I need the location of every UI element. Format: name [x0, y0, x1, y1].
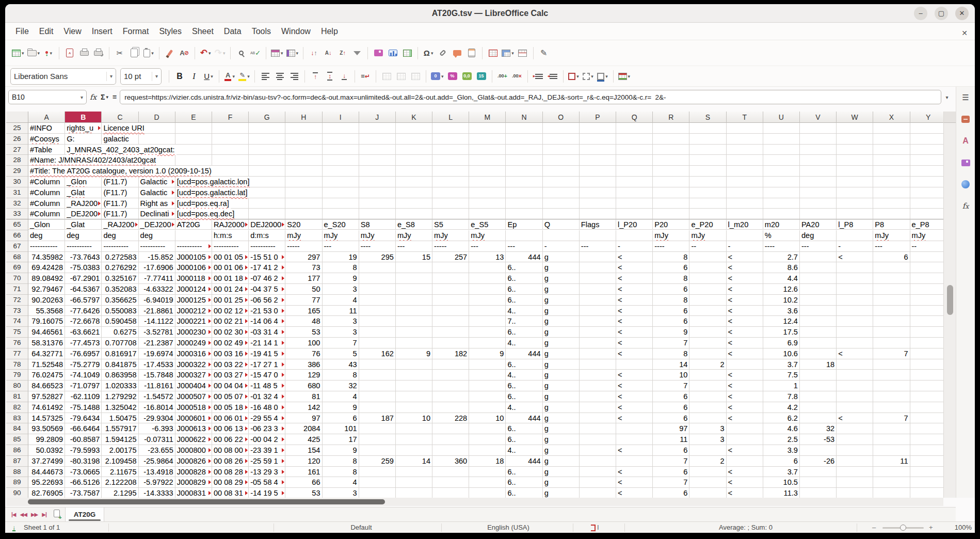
cell-Y79[interactable]	[910, 370, 944, 381]
row-header-90[interactable]: 90	[6, 488, 28, 498]
cell-I74[interactable]: 3	[323, 316, 359, 327]
cell-J88[interactable]	[359, 467, 396, 478]
column-header-X[interactable]: X	[873, 112, 910, 123]
cell-A82[interactable]: 74.61492	[28, 402, 65, 413]
cell-A28[interactable]: #Name: J/MNRAS/402/2403/at20gcat	[28, 155, 65, 166]
cell-P78[interactable]	[580, 359, 616, 370]
borders-button[interactable]: ▾	[567, 68, 581, 85]
cell-T83[interactable]: <	[727, 413, 763, 424]
cell-R77[interactable]: 8	[653, 348, 689, 359]
cell-K78[interactable]	[396, 359, 432, 370]
column-header-L[interactable]: L	[432, 112, 469, 123]
cell-S71[interactable]	[689, 284, 726, 295]
cell-R33[interactable]	[653, 209, 689, 219]
cell-N66[interactable]	[506, 230, 542, 241]
cell-V80[interactable]	[800, 381, 837, 391]
cell-C82[interactable]: 1.325042	[102, 402, 138, 413]
cell-G71[interactable]: -04 37 5	[249, 284, 285, 295]
cell-I83[interactable]: 6	[323, 413, 359, 424]
cell-Y29[interactable]	[910, 166, 944, 177]
cell-T90[interactable]: <	[727, 488, 763, 498]
cell-E74[interactable]: J000221	[175, 316, 212, 327]
cell-T28[interactable]	[727, 155, 763, 166]
cell-S77[interactable]	[689, 348, 726, 359]
cell-T73[interactable]: <	[727, 306, 763, 316]
cell-K30[interactable]	[396, 177, 432, 187]
cell-Y77[interactable]	[910, 348, 944, 359]
cell-K65[interactable]: e_S8	[396, 219, 432, 230]
paste-button[interactable]: ▾	[141, 44, 156, 62]
cell-J90[interactable]	[359, 488, 396, 498]
cell-J72[interactable]	[359, 295, 396, 306]
cell-A90[interactable]: 82.76905	[28, 488, 65, 498]
menu-item-view[interactable]: View	[58, 23, 86, 40]
cell-U32[interactable]	[763, 198, 800, 209]
cell-B32[interactable]: _RAJ200	[65, 198, 102, 209]
menu-item-styles[interactable]: Styles	[154, 23, 187, 40]
cell-E68[interactable]: J000105	[175, 252, 212, 263]
cell-D26[interactable]	[139, 134, 175, 145]
column-header-C[interactable]: C	[102, 112, 138, 123]
cell-H86[interactable]: 154	[285, 445, 322, 456]
cell-V65[interactable]: PA20	[800, 219, 837, 230]
wrap-text-button[interactable]: ≡↵	[358, 68, 373, 85]
cell-B81[interactable]: -62.1109	[65, 391, 102, 402]
cell-T32[interactable]	[727, 198, 763, 209]
next-sheet-button[interactable]: ▶▶	[29, 512, 40, 517]
cell-P30[interactable]	[580, 177, 616, 187]
cell-E83[interactable]: J000601	[175, 413, 212, 424]
cell-E81[interactable]: J000507	[175, 391, 212, 402]
cell-H81[interactable]: 81	[285, 391, 322, 402]
cell-P70[interactable]	[580, 273, 616, 284]
cell-P65[interactable]: Flags	[580, 219, 616, 230]
cell-H72[interactable]: 77	[285, 295, 322, 306]
insert-comment-button[interactable]	[450, 44, 464, 62]
sidebar-deck-styles[interactable]: A	[958, 133, 973, 149]
cell-E26[interactable]	[175, 134, 212, 145]
cell-V72[interactable]	[800, 295, 837, 306]
cell-U70[interactable]: 4.4	[763, 273, 800, 284]
cell-E28[interactable]	[175, 155, 212, 166]
cell-O84[interactable]: g	[543, 423, 580, 434]
cell-K88[interactable]	[396, 467, 432, 478]
cell-F90[interactable]: 00 08 31	[212, 488, 249, 498]
cell-X90[interactable]	[873, 488, 910, 498]
cell-W68[interactable]: <	[837, 252, 873, 263]
cell-L27[interactable]	[432, 145, 469, 155]
cell-B69[interactable]: -75.0383	[65, 262, 102, 273]
cell-H33[interactable]	[285, 209, 322, 219]
cell-G26[interactable]	[249, 134, 285, 145]
cell-F81[interactable]: 00 05 07	[212, 391, 249, 402]
cell-F65[interactable]: RAJ2000	[212, 219, 249, 230]
cell-T65[interactable]: l_m20	[727, 219, 763, 230]
cell-S65[interactable]: e_P20	[689, 219, 726, 230]
cell-C75[interactable]: 0.6275	[102, 327, 138, 338]
cell-C72[interactable]: 0.356625	[102, 295, 138, 306]
cell-F85[interactable]: 00 06 22	[212, 434, 249, 445]
cell-K82[interactable]	[396, 402, 432, 413]
cell-G32[interactable]	[249, 198, 285, 209]
column-header-D[interactable]: D	[139, 112, 175, 123]
menu-item-file[interactable]: File	[10, 23, 34, 40]
cell-D31[interactable]: Galactic	[139, 187, 175, 198]
cell-R87[interactable]: 7	[653, 456, 689, 467]
cell-J83[interactable]: 187	[359, 413, 396, 424]
cell-H90[interactable]: 53	[285, 488, 322, 498]
cell-U73[interactable]: 3.6	[763, 306, 800, 316]
cell-N75[interactable]: 6..	[506, 327, 542, 338]
cell-X83[interactable]: 7	[873, 413, 910, 424]
cell-Y70[interactable]	[910, 273, 944, 284]
cell-O73[interactable]: g	[543, 306, 580, 316]
menu-item-tools[interactable]: Tools	[247, 23, 276, 40]
cell-A76[interactable]: 58.31376	[28, 338, 65, 348]
cell-O79[interactable]: g	[543, 370, 580, 381]
cell-C66[interactable]: deg	[102, 230, 138, 241]
cell-U33[interactable]	[763, 209, 800, 219]
font-size-select[interactable]: 10 pt▾	[120, 68, 162, 85]
cell-L90[interactable]	[432, 488, 469, 498]
cell-Q78[interactable]	[616, 359, 653, 370]
row-header-32[interactable]: 32	[6, 198, 28, 209]
cell-Q26[interactable]	[616, 134, 653, 145]
cell-F25[interactable]	[212, 123, 249, 134]
cell-T84[interactable]	[727, 423, 763, 434]
